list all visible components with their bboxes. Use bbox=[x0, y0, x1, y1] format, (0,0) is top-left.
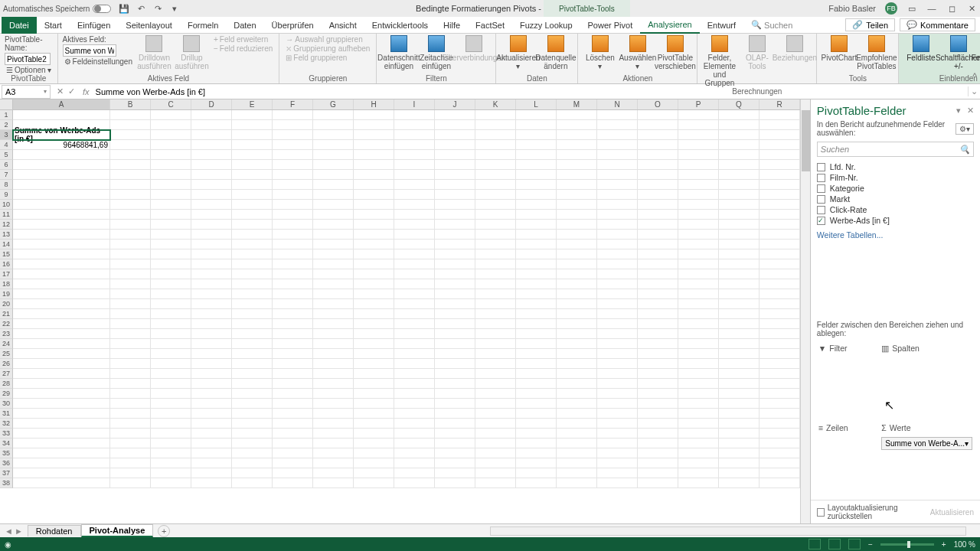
cell[interactable] bbox=[110, 259, 151, 269]
cell[interactable] bbox=[394, 458, 435, 468]
minimize-icon[interactable]: — bbox=[926, 3, 937, 14]
cell[interactable] bbox=[110, 230, 151, 240]
cell[interactable] bbox=[557, 140, 597, 150]
cell[interactable] bbox=[597, 309, 638, 319]
cell[interactable] bbox=[13, 339, 110, 349]
cell[interactable] bbox=[191, 279, 232, 289]
cell[interactable] bbox=[313, 399, 354, 409]
cell[interactable] bbox=[151, 160, 191, 170]
cell[interactable] bbox=[760, 170, 800, 180]
cell[interactable] bbox=[597, 110, 638, 120]
cell[interactable] bbox=[557, 230, 597, 240]
row-header[interactable]: 4 bbox=[0, 140, 13, 150]
cell[interactable] bbox=[435, 339, 475, 349]
cell[interactable] bbox=[232, 230, 273, 240]
cell[interactable] bbox=[638, 309, 678, 319]
cell[interactable] bbox=[151, 279, 191, 289]
cell[interactable] bbox=[110, 448, 151, 458]
cell[interactable] bbox=[475, 230, 516, 240]
cell[interactable] bbox=[760, 150, 800, 160]
cell[interactable] bbox=[719, 359, 760, 369]
cell[interactable] bbox=[151, 230, 191, 240]
cell[interactable] bbox=[678, 259, 719, 269]
cell[interactable] bbox=[719, 140, 760, 150]
cell[interactable] bbox=[638, 110, 678, 120]
cell[interactable] bbox=[232, 379, 273, 389]
cell[interactable] bbox=[151, 140, 191, 150]
cell[interactable] bbox=[313, 319, 354, 329]
cell[interactable] bbox=[435, 399, 475, 409]
cell[interactable] bbox=[110, 478, 151, 488]
cell[interactable] bbox=[151, 309, 191, 319]
row-header[interactable]: 27 bbox=[0, 369, 13, 379]
cell[interactable] bbox=[232, 458, 273, 468]
cell[interactable] bbox=[638, 240, 678, 249]
cell[interactable] bbox=[638, 190, 678, 200]
cell[interactable] bbox=[475, 240, 516, 249]
cell[interactable] bbox=[273, 170, 313, 180]
tab-factset[interactable]: FactSet bbox=[468, 17, 512, 34]
cell[interactable] bbox=[435, 389, 475, 399]
cell[interactable] bbox=[760, 249, 800, 259]
cell[interactable] bbox=[151, 389, 191, 399]
cell[interactable] bbox=[313, 359, 354, 369]
cell[interactable] bbox=[475, 359, 516, 369]
cell[interactable] bbox=[638, 150, 678, 160]
cell[interactable] bbox=[13, 170, 110, 180]
cell[interactable] bbox=[719, 448, 760, 458]
avatar[interactable]: FB bbox=[885, 2, 897, 15]
cell[interactable] bbox=[151, 180, 191, 190]
row-header[interactable]: 10 bbox=[0, 200, 13, 210]
cell[interactable] bbox=[313, 458, 354, 468]
cell[interactable] bbox=[760, 299, 800, 309]
cell[interactable] bbox=[719, 299, 760, 309]
cell[interactable] bbox=[394, 269, 435, 279]
cell[interactable] bbox=[313, 220, 354, 230]
cell[interactable] bbox=[313, 339, 354, 349]
cell[interactable] bbox=[151, 299, 191, 309]
cell[interactable] bbox=[435, 170, 475, 180]
cell[interactable] bbox=[394, 220, 435, 230]
cell[interactable] bbox=[516, 289, 557, 299]
cell[interactable] bbox=[435, 448, 475, 458]
cell[interactable] bbox=[394, 130, 435, 140]
col-header-c[interactable]: C bbox=[151, 99, 191, 109]
cell[interactable] bbox=[354, 359, 394, 369]
cell[interactable] bbox=[151, 439, 191, 448]
cell[interactable] bbox=[638, 130, 678, 140]
cell[interactable] bbox=[151, 210, 191, 220]
clear-button[interactable]: Löschen ▾ bbox=[583, 35, 617, 70]
cell[interactable] bbox=[719, 230, 760, 240]
cell[interactable] bbox=[557, 130, 597, 140]
cell[interactable] bbox=[354, 160, 394, 170]
cell[interactable] bbox=[273, 468, 313, 478]
cell[interactable] bbox=[435, 140, 475, 150]
cell[interactable] bbox=[232, 180, 273, 190]
cell[interactable] bbox=[475, 379, 516, 389]
cell[interactable] bbox=[313, 140, 354, 150]
cell[interactable] bbox=[760, 369, 800, 379]
cell[interactable] bbox=[394, 309, 435, 319]
cell[interactable] bbox=[232, 409, 273, 419]
cell[interactable] bbox=[110, 429, 151, 439]
cell[interactable] bbox=[678, 240, 719, 249]
cell[interactable] bbox=[110, 419, 151, 429]
cell[interactable] bbox=[151, 130, 191, 140]
cell[interactable] bbox=[151, 419, 191, 429]
cell[interactable] bbox=[13, 220, 110, 230]
cell[interactable] bbox=[557, 458, 597, 468]
cell[interactable] bbox=[273, 120, 313, 130]
cell[interactable] bbox=[557, 379, 597, 389]
cell[interactable] bbox=[557, 120, 597, 130]
cell[interactable] bbox=[354, 130, 394, 140]
cell[interactable] bbox=[110, 200, 151, 210]
tab-review[interactable]: Überprüfen bbox=[264, 17, 322, 34]
cell[interactable] bbox=[760, 230, 800, 240]
cell[interactable] bbox=[719, 170, 760, 180]
row-header[interactable]: 34 bbox=[0, 439, 13, 448]
cell[interactable] bbox=[151, 399, 191, 409]
cell[interactable] bbox=[313, 200, 354, 210]
cell[interactable] bbox=[638, 269, 678, 279]
cell[interactable] bbox=[273, 190, 313, 200]
cell[interactable] bbox=[678, 389, 719, 399]
